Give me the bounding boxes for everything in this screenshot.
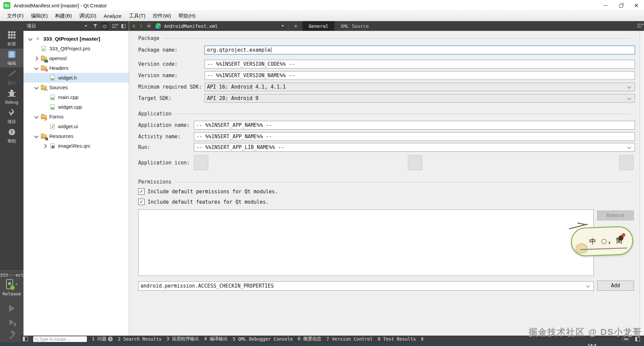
menu-item[interactable]: 文件(F) bbox=[3, 11, 27, 21]
checkbox-checked-icon[interactable]: ✓ bbox=[138, 199, 145, 205]
remove-permission-button[interactable]: Remove bbox=[597, 210, 634, 220]
run-combobox[interactable]: -- %%INSERT_APP_LIB_NAME%% -- bbox=[194, 143, 635, 152]
version-name-input[interactable]: -- %%INSERT_VERSION_NAME%% -- bbox=[205, 71, 635, 80]
document-dropdown-icon[interactable] bbox=[281, 25, 284, 27]
permission-combobox[interactable]: android.permission.ACCESS_CHECKIN_PROPER… bbox=[138, 281, 594, 291]
tree-item-headers[interactable]: Headers bbox=[23, 63, 129, 73]
app-icon-low-dpi-button[interactable] bbox=[194, 155, 208, 170]
menu-item[interactable]: 调试(D) bbox=[75, 11, 100, 21]
menu-item[interactable]: 构建(B) bbox=[51, 11, 75, 21]
tree-item-widget-h[interactable]: widget.h bbox=[23, 73, 129, 83]
app-icon-medium-dpi-button[interactable] bbox=[408, 155, 422, 170]
open-document-name[interactable]: AndroidManifest.xml bbox=[164, 23, 218, 29]
activity-name-input[interactable]: -- %%INSERT_APP_NAME%% -- bbox=[194, 132, 635, 141]
output-pane-label: 8 Test Results bbox=[378, 336, 416, 342]
go-forward-icon[interactable] bbox=[139, 24, 142, 28]
tree-item-forms[interactable]: Forms bbox=[23, 112, 129, 121]
min-sdk-combobox[interactable]: API 16: Android 4.1, 4.1.1 bbox=[205, 83, 635, 91]
pane-issues[interactable]: 1 问题 1 bbox=[92, 336, 113, 342]
output-pane-label: 6 概要信息 bbox=[298, 336, 321, 342]
locator-input[interactable] bbox=[39, 337, 83, 342]
tab-xml-source[interactable]: XML Source bbox=[334, 21, 375, 31]
output-pane-label: 7 Version Control bbox=[326, 336, 373, 342]
menu-item-label: 调试(D) bbox=[79, 13, 96, 19]
filter-button[interactable] bbox=[92, 23, 99, 30]
pane-selector-icon[interactable] bbox=[421, 337, 424, 341]
tab-general[interactable]: General bbox=[303, 21, 334, 31]
tree-item-resources[interactable]: Resources bbox=[23, 131, 129, 141]
expand-chevron-icon[interactable] bbox=[34, 114, 39, 119]
target-sdk-combobox[interactable]: API 28: Android 9 bbox=[205, 94, 635, 103]
sync-with-editor-button[interactable] bbox=[101, 23, 108, 30]
menu-item[interactable]: 控件(W) bbox=[149, 11, 175, 21]
menu-item[interactable]: 编辑(E) bbox=[27, 11, 51, 21]
application-name-input[interactable]: -- %%INSERT_APP_NAME%% -- bbox=[194, 121, 635, 130]
pane-app-output[interactable]: 3 应用程序输出 bbox=[166, 336, 199, 342]
community-watermark: 掘金技术社区 @ DS小龙哥 bbox=[529, 326, 642, 338]
permissions-list[interactable] bbox=[138, 209, 594, 276]
pane-summary[interactable]: 6 概要信息 bbox=[298, 336, 321, 342]
kit-expand-icon bbox=[16, 283, 17, 286]
expand-chevron-icon[interactable] bbox=[34, 85, 39, 90]
tree-item-main-cpp[interactable]: main.cpp bbox=[23, 92, 129, 102]
os-taskbar-sliver: 14:4 bbox=[0, 342, 644, 346]
kit-project-name: 333···ect bbox=[0, 273, 23, 278]
mode-design[interactable]: 设计 bbox=[0, 68, 23, 87]
tree-item-widget-ui[interactable]: widget.ui bbox=[23, 121, 129, 131]
build-button[interactable] bbox=[5, 332, 18, 340]
tree-item-openssl[interactable]: openssl bbox=[23, 53, 129, 63]
pane-search-results[interactable]: 2 Search Results bbox=[118, 336, 161, 342]
default-permissions-checkbox-row[interactable]: ✓ Include default permissions for Qt mod… bbox=[138, 188, 278, 195]
kit-selector[interactable]: 333···ect Release bbox=[0, 270, 23, 342]
mode-help[interactable]: 帮助 bbox=[0, 127, 23, 145]
pane-version-control[interactable]: 7 Version Control bbox=[326, 336, 373, 342]
checkbox-checked-icon[interactable]: ✓ bbox=[138, 188, 145, 195]
pane-compile-output[interactable]: 4 编译输出 bbox=[204, 336, 228, 342]
editor-scrollbar[interactable] bbox=[640, 31, 644, 336]
locator-box[interactable] bbox=[33, 336, 87, 342]
mode-icon bbox=[0, 69, 23, 78]
expand-chevron-icon[interactable] bbox=[28, 36, 33, 42]
app-icon-high-dpi-button[interactable] bbox=[619, 155, 634, 170]
add-permission-button[interactable]: Add bbox=[597, 281, 634, 291]
tree-item-widget-cpp[interactable]: widget.cpp bbox=[23, 102, 129, 112]
expand-chevron-icon[interactable] bbox=[34, 56, 39, 61]
expand-chevron-icon[interactable] bbox=[34, 65, 39, 71]
pane-qml-console[interactable]: 5 QML Debugger Console bbox=[233, 336, 293, 342]
menu-item[interactable]: 工具(T) bbox=[125, 11, 149, 21]
toggle-left-sidebar-icon[interactable] bbox=[23, 337, 28, 341]
version-code-input[interactable]: -- %%INSERT_VERSION_CODE%% -- bbox=[205, 60, 635, 68]
expand-chevron-icon[interactable] bbox=[42, 143, 48, 149]
tree-item-icon bbox=[49, 143, 56, 149]
permissions-group-title: Permissions bbox=[138, 179, 631, 185]
window-title: AndroidManifest.xml [master] - Qt Creato… bbox=[14, 3, 107, 8]
mode-icon bbox=[0, 89, 23, 98]
tree-item-pro-file[interactable]: 333_QtProject.pro bbox=[23, 44, 129, 53]
expand-chevron-icon[interactable] bbox=[34, 134, 39, 139]
restore-button[interactable] bbox=[613, 0, 629, 11]
menu-item[interactable]: Analyze bbox=[100, 11, 125, 21]
debug-button[interactable] bbox=[5, 318, 18, 327]
go-back-icon[interactable] bbox=[132, 24, 136, 28]
pane-test-results[interactable]: 8 Test Results bbox=[378, 336, 416, 342]
menu-item[interactable]: 帮助(H) bbox=[175, 11, 199, 21]
default-features-checkbox-row[interactable]: ✓ Include default features for Qt module… bbox=[138, 198, 269, 205]
mode-edit[interactable]: 编辑 bbox=[0, 49, 23, 67]
tree-item-res-qrc[interactable]: image\Res.qrc bbox=[23, 141, 129, 151]
package-name-input[interactable]: org.qtproject.example bbox=[205, 46, 635, 54]
tree-item-project-root[interactable]: 333_QtProject [master] bbox=[23, 34, 129, 44]
split-panel-button[interactable] bbox=[111, 23, 117, 30]
close-document-icon[interactable]: × bbox=[291, 23, 300, 29]
mode-projects[interactable]: 项目 bbox=[0, 107, 23, 126]
close-panel-button[interactable] bbox=[120, 23, 127, 30]
minimize-button[interactable] bbox=[598, 0, 613, 11]
run-button[interactable] bbox=[5, 304, 18, 313]
tree-item-label: openssl bbox=[49, 55, 67, 61]
panel-combo-button[interactable] bbox=[83, 23, 89, 30]
tree-item-icon bbox=[41, 133, 47, 139]
mode-debug[interactable]: Debug bbox=[0, 88, 23, 106]
mode-welcome[interactable]: 欢迎 bbox=[0, 29, 23, 48]
close-button[interactable]: × bbox=[629, 0, 644, 11]
tree-item-sources[interactable]: Sources bbox=[23, 83, 129, 92]
split-editor-icon[interactable] bbox=[638, 24, 641, 28]
